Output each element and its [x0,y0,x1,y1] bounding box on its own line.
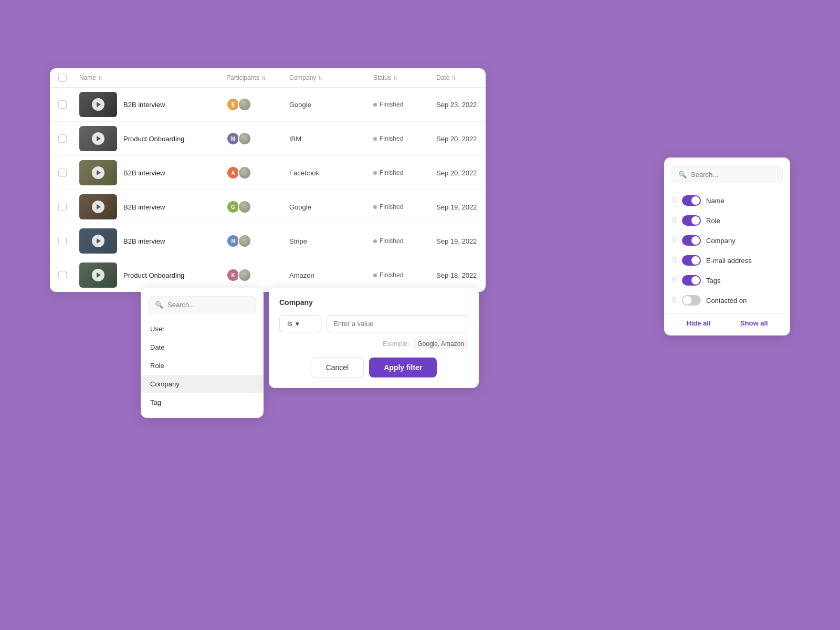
col-label-text-2: Company [706,237,736,245]
recording-cell-4[interactable]: B2B interview [79,228,226,254]
row-checkbox-5[interactable] [58,271,79,279]
drag-handle-0[interactable]: ⠿ [671,196,677,205]
col-name[interactable]: Name ⇅ [79,74,226,81]
toggle-0[interactable] [682,195,701,206]
date-cell-3: Sep 19, 2022 [436,203,486,211]
date-cell-4: Sep 19, 2022 [436,237,486,245]
status-badge-2: Finished [373,169,436,176]
drag-handle-3[interactable]: ⠿ [671,256,677,265]
avatar [238,234,251,248]
drag-handle-1[interactable]: ⠿ [671,216,677,225]
avatar [238,132,251,145]
filter-item-company[interactable]: Company [141,375,264,393]
col-search-input[interactable] [691,171,776,178]
play-button-4[interactable] [92,235,104,247]
col-label-text-3: E-mail address [706,257,752,265]
toggle-5[interactable] [682,295,701,306]
play-button-2[interactable] [92,166,104,179]
col-item-company: ⠿ Company [664,230,790,250]
toggle-knob-0 [691,196,700,205]
col-search-box[interactable]: 🔍 [671,166,783,183]
toggle-1[interactable] [682,215,701,226]
filter-row: Is ▾ [279,315,468,332]
play-button-5[interactable] [92,269,104,281]
recording-name-0: B2B interview [123,101,165,109]
row-checkbox-4[interactable] [58,237,79,245]
status-badge-4: Finished [373,237,436,245]
status-text-1: Finished [380,135,403,142]
recording-cell-1[interactable]: Product Onboarding [79,126,226,151]
thumbnail-4 [79,228,117,254]
chevron-down-icon: ▾ [296,320,299,328]
col-item-name: ⠿ Name [664,191,790,211]
show-all-button[interactable]: Show all [740,319,768,327]
row-checkbox-2[interactable] [58,169,79,177]
row-checkbox-1[interactable] [58,134,79,143]
filter-actions: Cancel Apply filter [279,358,468,377]
col-participants[interactable]: Participants ⇅ [226,74,289,81]
sort-company-icon: ⇅ [318,75,322,81]
status-dot-2 [373,171,377,175]
filter-item-tag[interactable]: Tag [141,393,264,412]
select-all-checkbox[interactable] [58,74,79,82]
play-icon-2 [97,170,101,175]
sort-name-icon: ⇅ [98,75,102,81]
filter-search-box[interactable]: 🔍 [148,296,256,313]
apply-filter-button[interactable]: Apply filter [369,358,437,377]
hide-all-button[interactable]: Hide all [686,319,710,327]
recording-cell-3[interactable]: B2B interview [79,194,226,219]
avatar [238,268,251,282]
play-button-3[interactable] [92,201,104,213]
toggle-3[interactable] [682,255,701,266]
play-icon-1 [97,136,101,141]
col-company[interactable]: Company ⇅ [289,74,373,81]
filter-item-user[interactable]: User [141,320,264,338]
recording-cell-2[interactable]: B2B interview [79,160,226,185]
recording-name-1: Product Onboarding [123,135,184,143]
play-button-1[interactable] [92,132,104,145]
filter-search-icon: 🔍 [155,301,163,309]
toggle-knob-3 [691,256,700,265]
toggle-4[interactable] [682,275,701,286]
avatar [238,200,251,214]
filter-operator-select[interactable]: Is ▾ [279,315,321,332]
col-panel-footer: Hide all Show all [664,313,790,327]
recording-name-4: B2B interview [123,237,165,245]
col-status[interactable]: Status ⇅ [373,74,436,81]
toggle-knob-5 [683,296,691,304]
participants-cell-5: K [226,268,289,282]
filter-item-date[interactable]: Date [141,338,264,356]
table-row: B2B interview NStripeFinishedSep 19, 202… [50,224,486,258]
drag-handle-5[interactable]: ⠿ [671,296,677,304]
col-label-text-0: Name [706,197,724,205]
table-row: B2B interview AFacebookFinishedSep 20, 2… [50,156,486,190]
sort-participants-icon: ⇅ [261,75,266,81]
play-button-0[interactable] [92,98,104,111]
recording-cell-5[interactable]: Product Onboarding [79,262,226,288]
row-checkbox-0[interactable] [58,100,79,109]
row-checkbox-3[interactable] [58,203,79,211]
col-date[interactable]: Date ⇅ [436,74,486,81]
status-dot-0 [373,103,377,107]
toggle-2[interactable] [682,235,701,246]
company-cell-3: Google [289,203,373,211]
drag-handle-2[interactable]: ⠿ [671,236,677,245]
drag-handle-4[interactable]: ⠿ [671,276,677,285]
table-row: B2B interview GGoogleFinishedSep 19, 202… [50,190,486,224]
company-cell-5: Amazon [289,271,373,279]
status-text-4: Finished [380,237,403,245]
filter-search-input[interactable] [167,301,249,309]
filter-value-input[interactable] [327,315,468,332]
status-dot-5 [373,274,377,277]
filter-item-role[interactable]: Role [141,356,264,375]
recording-cell-0[interactable]: B2B interview [79,92,226,117]
col-item-role: ⠿ Role [664,211,790,230]
col-items-list: ⠿ Name ⠿ Role ⠿ Company ⠿ E-mail address… [664,191,790,310]
cancel-button[interactable]: Cancel [311,358,364,377]
company-cell-0: Google [289,101,373,109]
participants-cell-2: A [226,166,289,180]
toggle-knob-2 [691,236,700,245]
status-text-5: Finished [380,271,403,279]
participants-cell-0: E [226,98,289,111]
col-label-text-1: Role [706,217,720,225]
